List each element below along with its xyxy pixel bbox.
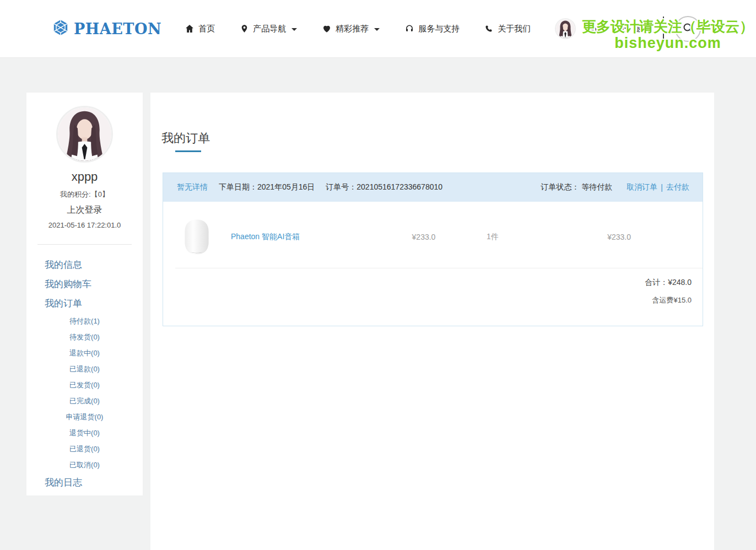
order-date: 下单日期：2021年05月16日 bbox=[219, 182, 315, 192]
title-underline bbox=[175, 150, 201, 152]
product-image-speaker[interactable] bbox=[177, 217, 217, 257]
heart-icon bbox=[322, 25, 331, 33]
sublink-returned[interactable]: 已退货(0) bbox=[26, 444, 143, 454]
main-nav: 首页 产品导航 精彩推荐 服务与支持 关于我们 bbox=[172, 0, 543, 58]
watermark-line2: bisheyun.com bbox=[582, 35, 754, 51]
order-header-right: 订单状态： 等待付款 取消订单 | 去付款 bbox=[541, 182, 689, 192]
link-separator: | bbox=[661, 183, 663, 192]
sublink-refunding[interactable]: 退款中(0) bbox=[26, 348, 143, 358]
order-number: 订单号：20210516172336678010 bbox=[326, 182, 442, 192]
order-status: 订单状态： 等待付款 bbox=[541, 182, 612, 192]
map-pin-icon bbox=[240, 24, 249, 33]
home-icon bbox=[185, 24, 194, 33]
sublink-shipped[interactable]: 已发货(0) bbox=[26, 380, 143, 390]
product-quantity: 1件 bbox=[468, 232, 517, 242]
caret-down-icon bbox=[374, 28, 380, 31]
sublink-returning[interactable]: 退货中(0) bbox=[26, 428, 143, 438]
user-avatar[interactable] bbox=[555, 18, 576, 39]
order-total-label: 合计： bbox=[645, 278, 668, 287]
order-number-label: 订单号： bbox=[326, 182, 357, 191]
gem-logo-icon bbox=[52, 19, 69, 38]
sidebar-item-my-info[interactable]: 我的信息 bbox=[45, 258, 143, 271]
pay-order-link[interactable]: 去付款 bbox=[666, 182, 689, 192]
order-totals: 合计：¥248.0 含运费¥15.0 bbox=[163, 268, 703, 326]
order-status-value: 等待付款 bbox=[581, 182, 612, 191]
order-card: 暂无详情 下单日期：2021年05月16日 订单号：20210516172336… bbox=[163, 172, 703, 326]
account-sidebar: xppp 我的积分:【0】 上次登录 2021-05-16 17:22:01.0… bbox=[26, 93, 143, 495]
sublink-completed[interactable]: 已完成(0) bbox=[26, 396, 143, 406]
sidebar-points: 我的积分:【0】 bbox=[26, 190, 143, 199]
product-price: ¥233.0 bbox=[380, 233, 468, 241]
sublink-pending-payment[interactable]: 待付款(1) bbox=[26, 316, 143, 326]
nav-item-label: 服务与支持 bbox=[418, 24, 460, 34]
order-date-value: 2021年05月16日 bbox=[257, 182, 315, 191]
sidebar-username: xppp bbox=[26, 170, 143, 184]
order-status-submenu: 待付款(1) 待发货(0) 退款中(0) 已退款(0) 已发货(0) 已完成(0… bbox=[26, 316, 143, 470]
order-total-value: ¥248.0 bbox=[668, 278, 692, 287]
nav-item-label: 产品导航 bbox=[253, 24, 286, 34]
headset-icon bbox=[405, 24, 414, 33]
sidebar-avatar bbox=[56, 106, 113, 163]
watermark: 更多设计请关注（毕设云） bisheyun.com bbox=[582, 19, 754, 51]
order-status-label: 订单状态： bbox=[541, 182, 579, 191]
nav-item-label: 关于我们 bbox=[498, 24, 531, 34]
order-number-value: 20210516172336678010 bbox=[357, 182, 442, 191]
sublink-cancelled[interactable]: 已取消(0) bbox=[26, 460, 143, 470]
sidebar-item-my-logs[interactable]: 我的日志 bbox=[45, 476, 143, 489]
watermark-line1: 更多设计请关注（毕设云） bbox=[582, 19, 754, 35]
orders-panel: 我的订单 暂无详情 下单日期：2021年05月16日 订单号：202105161… bbox=[150, 93, 714, 550]
sidebar-last-login-time: 2021-05-16 17:22:01.0 bbox=[26, 221, 143, 229]
product-subtotal: ¥233.0 bbox=[607, 233, 689, 241]
nav-item-featured[interactable]: 精彩推荐 bbox=[310, 0, 392, 58]
order-total: 合计：¥248.0 bbox=[174, 278, 692, 288]
shipping-note: 含运费¥15.0 bbox=[174, 295, 692, 305]
sublink-return-requested[interactable]: 申请退货(0) bbox=[26, 412, 143, 422]
sidebar-item-my-orders[interactable]: 我的订单 bbox=[45, 297, 143, 310]
phone-icon bbox=[485, 25, 493, 33]
order-date-label: 下单日期： bbox=[219, 182, 257, 191]
product-name-link[interactable]: Phaeton 智能AI音箱 bbox=[231, 232, 380, 242]
sidebar-last-login-label: 上次登录 bbox=[26, 204, 143, 216]
order-detail-link[interactable]: 暂无详情 bbox=[177, 182, 208, 192]
sidebar-divider bbox=[37, 244, 132, 245]
order-product-row: Phaeton 智能AI音箱 ¥233.0 1件 ¥233.0 bbox=[163, 202, 703, 268]
brand-logo[interactable]: PHAETON bbox=[52, 19, 161, 38]
brand-name: PHAETON bbox=[74, 20, 161, 37]
page-title: 我的订单 bbox=[161, 130, 714, 147]
cancel-order-link[interactable]: 取消订单 bbox=[627, 182, 657, 192]
nav-item-label: 精彩推荐 bbox=[336, 24, 369, 34]
sidebar-menu: 我的信息 我的购物车 我的订单 bbox=[26, 258, 143, 310]
sidebar-item-my-cart[interactable]: 我的购物车 bbox=[45, 278, 143, 290]
caret-down-icon bbox=[291, 28, 297, 31]
nav-item-home[interactable]: 首页 bbox=[172, 0, 228, 58]
sublink-refunded[interactable]: 已退款(0) bbox=[26, 364, 143, 374]
order-header: 暂无详情 下单日期：2021年05月16日 订单号：20210516172336… bbox=[163, 173, 703, 202]
nav-item-support[interactable]: 服务与支持 bbox=[392, 0, 472, 58]
nav-item-products[interactable]: 产品导航 bbox=[228, 0, 310, 58]
nav-item-about[interactable]: 关于我们 bbox=[472, 0, 543, 58]
sublink-pending-shipment[interactable]: 待发货(0) bbox=[26, 332, 143, 342]
nav-item-label: 首页 bbox=[198, 24, 215, 34]
